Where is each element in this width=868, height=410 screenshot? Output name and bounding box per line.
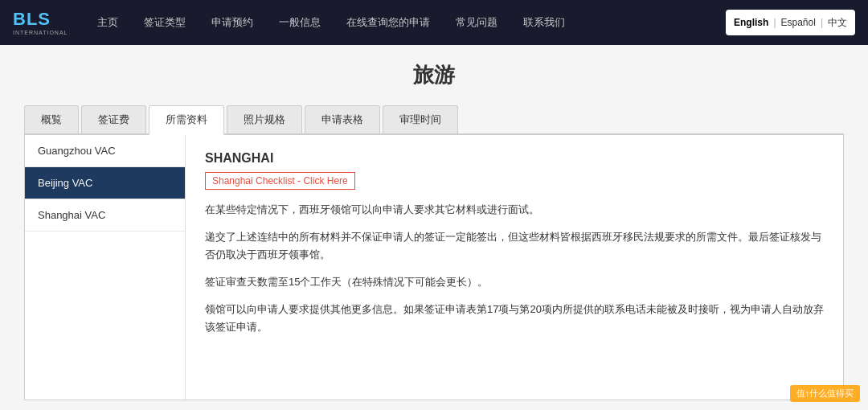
logo-sub: INTERNATIONAL — [13, 30, 68, 35]
main-content: 旅游 概覧 签证费 所需资料 照片规格 申请表格 审理时间 Guangzhou … — [0, 45, 868, 410]
nav-item-contact[interactable]: 联系我们 — [510, 0, 578, 45]
lang-divider-1: | — [773, 17, 776, 28]
tab-fees[interactable]: 签证费 — [81, 105, 146, 133]
lang-chinese[interactable]: 中文 — [828, 16, 847, 30]
language-switcher: English | Español | 中文 — [726, 10, 855, 35]
info-paragraph-4: 领馆可以向申请人要求提供其他更多信息。如果签证申请表第17项与第20项内所提供的… — [205, 301, 824, 336]
page-title: 旅游 — [24, 61, 844, 89]
tab-form[interactable]: 申请表格 — [305, 105, 380, 133]
content-area: Guangzhou VAC Beijing VAC Shanghai VAC S… — [24, 135, 844, 400]
lang-divider-2: | — [821, 17, 823, 28]
info-paragraph-3: 签证审查天数需至15个工作天（在特殊情况下可能会更长）。 — [205, 273, 824, 291]
tab-photo[interactable]: 照片规格 — [227, 105, 302, 133]
nav-item-general-info[interactable]: 一般信息 — [266, 0, 334, 45]
checklist-link[interactable]: Shanghai Checklist - Click Here — [205, 172, 355, 190]
tab-overview[interactable]: 概覧 — [24, 105, 79, 133]
vac-sidebar: Guangzhou VAC Beijing VAC Shanghai VAC — [25, 135, 186, 400]
vac-shanghai[interactable]: Shanghai VAC — [25, 199, 185, 232]
tab-processing[interactable]: 审理时间 — [383, 105, 458, 133]
tabs-bar: 概覧 签证费 所需资料 照片规格 申请表格 审理时间 — [24, 105, 844, 135]
navbar: BLS INTERNATIONAL 主页 签证类型 申请预约 一般信息 在线查询… — [0, 0, 868, 45]
watermark: 值↑什么值得买 — [790, 385, 861, 402]
logo: BLS INTERNATIONAL — [13, 10, 68, 35]
lang-espanol[interactable]: Español — [781, 17, 816, 28]
nav-item-home[interactable]: 主页 — [84, 0, 131, 45]
location-title: SHANGHAI — [205, 151, 824, 166]
nav-item-faq[interactable]: 常见问题 — [443, 0, 510, 45]
nav-item-visa-type[interactable]: 签证类型 — [131, 0, 199, 45]
nav-item-track[interactable]: 在线查询您的申请 — [334, 0, 443, 45]
vac-beijing[interactable]: Beijing VAC — [25, 167, 185, 199]
tab-requirements[interactable]: 所需资料 — [149, 105, 224, 135]
vac-guangzhou[interactable]: Guangzhou VAC — [25, 135, 185, 167]
right-content: SHANGHAI Shanghai Checklist - Click Here… — [186, 135, 843, 400]
info-paragraph-2: 递交了上述连结中的所有材料并不保证申请人的签证一定能签出，但这些材料皆根据西班牙… — [205, 228, 824, 264]
nav-item-appointment[interactable]: 申请预约 — [199, 0, 266, 45]
lang-english[interactable]: English — [734, 17, 768, 28]
logo-text: BLS — [13, 9, 51, 29]
info-paragraph-1: 在某些特定情况下，西班牙领馆可以向申请人要求其它材料或进行面试。 — [205, 201, 824, 219]
nav-links: 主页 签证类型 申请预约 一般信息 在线查询您的申请 常见问题 联系我们 — [84, 0, 727, 45]
